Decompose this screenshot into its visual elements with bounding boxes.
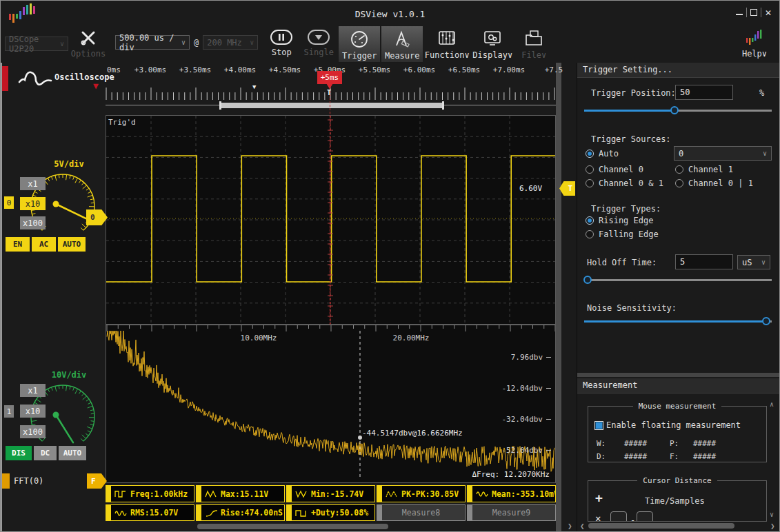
ch0-coupling-button[interactable]: AC — [32, 237, 56, 252]
radio-icon — [586, 165, 594, 174]
slider-thumb[interactable] — [670, 106, 679, 114]
measure-button-mean[interactable]: Mean:-353.10mV — [467, 485, 556, 502]
type-falling-radio[interactable]: Falling Edge — [586, 229, 659, 239]
ch1-auto-button[interactable]: AUTO — [59, 446, 86, 460]
titlebar: DSView v1.0.1 ✕ — [1, 1, 779, 25]
main-hscroll-right-arrow[interactable]: ❯ — [568, 522, 572, 531]
panel-hscrollbar-thumb[interactable] — [588, 523, 734, 529]
fft-color-tab — [2, 473, 10, 489]
dock-separator[interactable] — [577, 373, 779, 377]
oscilloscope-wave-icon — [17, 68, 53, 89]
sine-icon — [114, 509, 128, 518]
cursor-start-box[interactable] — [610, 511, 627, 522]
ch0-enable-button[interactable]: EN — [6, 237, 30, 252]
measure-button-freq[interactable]: Freq:1.00kHz — [106, 485, 194, 502]
maximize-button[interactable] — [747, 6, 761, 19]
ch1-coupling-button[interactable]: DC — [34, 446, 57, 460]
fft-label: FFT(0) — [14, 476, 43, 486]
source-ch0or1-radio[interactable]: Channel 0 | 1 — [675, 178, 753, 188]
panel-hscroll-left-arrow[interactable]: ❮ — [580, 522, 585, 531]
help-button[interactable]: Help∨ — [734, 25, 775, 63]
stop-button[interactable]: Stop — [263, 25, 299, 63]
measure-button-8[interactable]: Measure8 — [377, 504, 466, 521]
trigger-level-marker[interactable]: T — [559, 181, 575, 196]
measure-button-rms[interactable]: RMS:15.07V — [106, 504, 194, 521]
chevron-down-icon: ∨ — [60, 40, 64, 48]
type-rising-radio[interactable]: Rising Edge — [586, 216, 653, 225]
source-ch0and1-radio[interactable]: Channel 0 & 1 — [586, 178, 663, 188]
measure-button-rise[interactable]: Rise:474.00nS — [196, 504, 285, 521]
panel-scroll-up-arrow[interactable]: ∧ — [770, 400, 774, 408]
options-button[interactable]: Options — [68, 25, 108, 63]
panel-hscroll-right-arrow[interactable]: ❯ — [770, 522, 775, 531]
ch1-gain-x10[interactable]: x10 — [20, 405, 46, 418]
ch0-gain-x1[interactable]: x1 — [20, 177, 46, 190]
ch0-auto-button[interactable]: AUTO — [58, 237, 86, 252]
measure-button-duty[interactable]: +Duty:50.08% — [286, 504, 375, 521]
trigger-position-unit: % — [759, 88, 764, 98]
ch1-enable-button[interactable]: DIS — [6, 446, 32, 460]
radio-icon — [586, 216, 594, 225]
trigger-position-slider[interactable] — [584, 105, 772, 115]
measure-button[interactable]: Measure — [381, 25, 423, 63]
ch1-gain-x100[interactable]: x100 — [20, 425, 46, 438]
samplerate-select[interactable]: 200 MHz∨ — [203, 35, 258, 50]
view-range-scrollbar[interactable] — [106, 101, 556, 110]
trigger-panel-title[interactable]: Trigger Setting... — [577, 63, 779, 78]
enable-floating-checkbox[interactable] — [594, 421, 603, 430]
view-range-thumb[interactable] — [220, 103, 443, 108]
function-button[interactable]: Function∨ — [423, 25, 470, 63]
minimize-button[interactable] — [732, 6, 746, 19]
panel-scroll-down-arrow[interactable]: ∨ — [770, 511, 774, 518]
fft-plot[interactable]: 10.00MHz 20.00MHz 7.96dbv -12.04dbv -32.… — [106, 325, 556, 483]
remove-cursor-button[interactable]: ✕ — [595, 513, 601, 522]
display-monitor-icon — [483, 29, 502, 48]
trigger-position-line — [330, 88, 330, 325]
display-button[interactable]: Display∨ — [470, 25, 514, 63]
file-button[interactable]: File∨ — [514, 25, 553, 63]
ch0-gain-x10[interactable]: x10 — [20, 197, 46, 210]
cursor-position-marker-icon[interactable]: ▼ — [252, 83, 256, 90]
ch1-index-tag: 1 — [4, 405, 14, 418]
trigger-button[interactable]: Trigger — [338, 25, 381, 63]
f-label: F: — [670, 452, 679, 461]
main-hscrollbar-thumb[interactable] — [197, 524, 388, 529]
timebase-select[interactable]: 500.00 us / div∨ — [115, 35, 190, 50]
close-button[interactable]: ✕ — [761, 6, 775, 19]
p-value: ##### — [693, 439, 716, 448]
enable-floating-label: Enable floating measurement — [606, 420, 741, 430]
source-ch1-radio[interactable]: Channel 1 — [675, 165, 733, 174]
slider-thumb[interactable] — [583, 276, 592, 284]
noise-sensitivity-slider[interactable] — [584, 316, 772, 326]
slider-thumb[interactable] — [762, 317, 770, 325]
source-channel-select[interactable]: 0∨ — [674, 146, 772, 161]
measure-button-max[interactable]: Max:15.11V — [196, 485, 285, 502]
measure-button-pkpk[interactable]: PK-PK:30.85V — [377, 485, 466, 502]
mouse-measurement-legend: Mouse measurement — [633, 402, 722, 411]
scope-plot[interactable]: Trig'd — [106, 115, 556, 325]
add-cursor-button[interactable]: + — [595, 491, 603, 505]
measure-button-9[interactable]: Measure9 — [467, 504, 556, 521]
function-abacus-icon — [437, 29, 457, 48]
measure-button-min[interactable]: Min:-15.74V — [286, 485, 375, 502]
ch1-gain-x1[interactable]: x1 — [20, 384, 46, 397]
radio-icon — [675, 165, 683, 174]
source-ch0-radio[interactable]: Channel 0 — [586, 165, 643, 174]
trigger-position-input[interactable] — [675, 85, 733, 100]
chevron-down-icon: ∨ — [508, 50, 512, 60]
device-collapse-chevron-icon[interactable]: ▼ — [93, 81, 99, 91]
device-select[interactable]: DSCope U2P20∨ — [5, 37, 68, 51]
holdoff-slider[interactable] — [584, 275, 772, 285]
fft-cursor-readout: -44.5147dbv@16.6626MHz — [362, 429, 463, 438]
cursor-end-box[interactable] — [637, 511, 653, 522]
measurement-panel-title[interactable]: Measurement — [577, 378, 779, 393]
source-auto-radio[interactable]: Auto — [586, 149, 619, 158]
pulse-icon — [386, 489, 399, 498]
ch0-gain-x100[interactable]: x100 — [20, 216, 46, 229]
fft-ytick-4: -52.04dbv — [501, 446, 551, 455]
measure-compass-icon — [392, 30, 412, 49]
panel-splitter[interactable] — [556, 63, 561, 532]
single-button[interactable]: Single — [299, 25, 338, 63]
holdoff-unit-select[interactable]: uS∨ — [737, 255, 770, 269]
holdoff-input[interactable] — [675, 254, 733, 269]
